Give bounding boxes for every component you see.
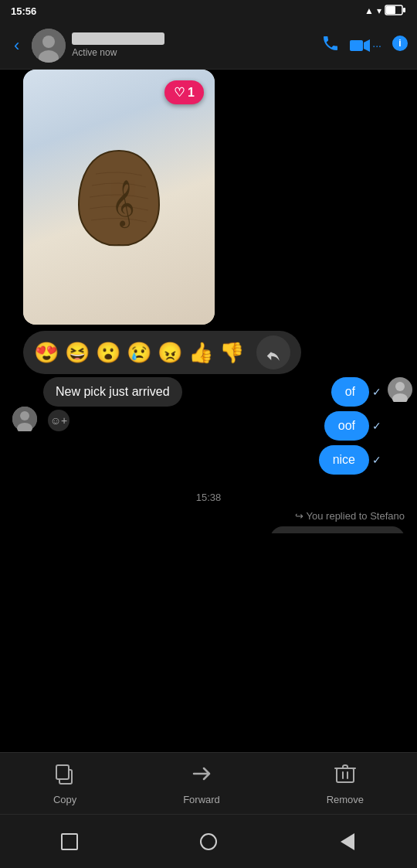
back-button[interactable]: ‹ <box>8 32 25 59</box>
reply-bubble: New pick just arrived <box>270 526 405 533</box>
remove-icon <box>334 762 357 791</box>
svg-rect-19 <box>337 768 354 782</box>
outgoing-bubble-1: of <box>331 377 369 407</box>
svg-marker-7 <box>364 39 370 52</box>
chat-area: 𝄞 ♡ 1 😍 😆 😮 😢 😠 👍 👎 <box>0 70 417 533</box>
svg-point-15 <box>395 382 405 391</box>
read-check-2: ✓ <box>372 420 381 432</box>
chat-header: ‹ Active now ··· <box>0 22 417 70</box>
outgoing-text-2: oof <box>338 419 355 432</box>
outgoing-avatar <box>388 377 412 405</box>
read-check-3: ✓ <box>372 454 381 466</box>
header-actions: ··· i <box>321 34 409 57</box>
status-time: 15:56 <box>11 5 36 17</box>
incoming-text: New pick just arrived <box>56 385 170 398</box>
read-check-1: ✓ <box>372 386 381 398</box>
reaction-wow[interactable]: 😮 <box>96 341 120 365</box>
outgoing-bubble-2: oof <box>324 411 369 441</box>
reply-preview: ↪ You replied to Stefano New pick just a… <box>270 510 405 533</box>
forward-icon <box>190 762 213 791</box>
outgoing-text-3: nice <box>333 453 355 466</box>
remove-label: Remove <box>327 794 364 805</box>
svg-point-12 <box>20 411 29 420</box>
svg-text:𝄞: 𝄞 <box>111 180 135 229</box>
outgoing-bubble-3: nice <box>319 445 369 475</box>
outgoing-text-1: of <box>345 385 355 398</box>
svg-point-4 <box>42 36 55 48</box>
incoming-bubble: New pick just arrived <box>43 377 182 407</box>
status-bar: 15:56 ▲ ▾ <box>0 0 417 22</box>
signal-icon: ▲ <box>364 5 374 16</box>
contact-name <box>72 32 164 45</box>
svg-rect-18 <box>56 765 69 779</box>
svg-rect-1 <box>386 6 395 14</box>
like-icon: ♡ <box>174 85 185 100</box>
remove-action[interactable]: Remove <box>327 762 364 805</box>
status-icons: ▲ ▾ <box>364 5 406 18</box>
incoming-message: New pick just arrived ☺+ <box>12 377 182 431</box>
avatar[interactable] <box>32 29 66 63</box>
like-count: 1 <box>188 86 195 100</box>
guitar-pick: 𝄞 <box>73 143 165 251</box>
timestamp: 15:38 <box>196 492 222 503</box>
square-icon <box>61 833 78 850</box>
reaction-bar: 😍 😆 😮 😢 😠 👍 👎 <box>23 331 301 374</box>
sender-avatar <box>12 407 37 431</box>
forward-action[interactable]: Forward <box>183 762 220 805</box>
circle-icon <box>200 833 217 850</box>
avatar-image <box>32 29 66 63</box>
phone-icon[interactable] <box>321 34 340 57</box>
nav-square-button[interactable] <box>57 829 82 854</box>
svg-rect-2 <box>403 8 405 12</box>
triangle-icon <box>341 833 354 850</box>
contact-info: Active now <box>72 32 315 58</box>
outgoing-messages: of ✓ oof ✓ nice ✓ <box>319 377 381 475</box>
nav-back-button[interactable] <box>335 829 360 854</box>
reaction-love[interactable]: 😍 <box>34 341 59 365</box>
contact-status: Active now <box>72 47 315 58</box>
reaction-like[interactable]: 👍 <box>188 341 213 365</box>
copy-label: Copy <box>53 794 76 805</box>
copy-icon <box>53 762 76 791</box>
reply-label: ↪ You replied to Stefano <box>295 510 405 522</box>
reply-button[interactable] <box>256 335 290 369</box>
add-reaction-button[interactable]: ☺+ <box>48 410 70 431</box>
svg-text:i: i <box>398 38 401 49</box>
like-badge: ♡ 1 <box>164 80 204 104</box>
forward-label: Forward <box>183 794 220 805</box>
reaction-angry[interactable]: 😠 <box>158 341 182 365</box>
reaction-laugh[interactable]: 😆 <box>65 341 90 365</box>
video-icon-group[interactable]: ··· <box>349 38 381 53</box>
reaction-dislike[interactable]: 👎 <box>219 341 244 365</box>
battery-icon <box>385 5 406 18</box>
reply-label-text: You replied to Stefano <box>307 510 405 522</box>
nav-home-button[interactable] <box>196 829 221 854</box>
nav-bar <box>0 814 417 868</box>
wifi-icon: ▾ <box>377 5 381 16</box>
image-message[interactable]: 𝄞 ♡ 1 <box>23 70 215 325</box>
copy-action[interactable]: Copy <box>53 762 76 805</box>
reply-arrow-icon: ↪ <box>295 510 303 522</box>
message-image: 𝄞 ♡ 1 <box>23 70 215 325</box>
action-bar: Copy Forward Remove <box>0 752 417 814</box>
reaction-sad[interactable]: 😢 <box>127 341 151 365</box>
info-icon[interactable]: i <box>391 34 409 57</box>
svg-rect-6 <box>350 40 363 51</box>
